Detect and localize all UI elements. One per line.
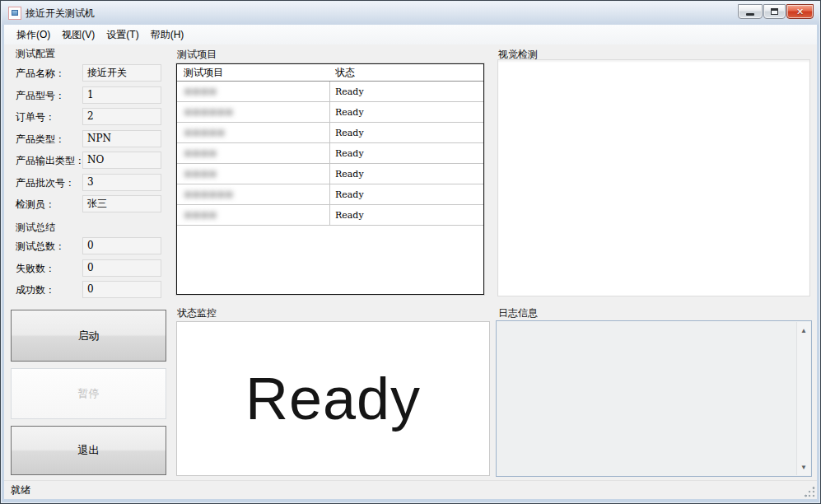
test-item-status: Ready — [330, 189, 483, 200]
menu-view[interactable]: 视图(V) — [56, 26, 100, 44]
scroll-up-icon[interactable]: ▲ — [797, 324, 810, 337]
field-label: 产品输出类型： — [16, 154, 85, 168]
test-item-name-redacted: 〓〓〓〓 — [184, 168, 217, 180]
test-item-name-redacted: 〓〓〓〓 — [184, 209, 217, 222]
pause-button: 暂停 — [11, 368, 166, 419]
product-name-input[interactable]: 接近开关 — [82, 64, 161, 82]
resize-grip-icon[interactable] — [805, 487, 815, 497]
log-textarea[interactable]: ▲ ▼ — [496, 320, 812, 477]
maximize-icon — [771, 8, 778, 15]
field-label: 成功数： — [16, 283, 55, 297]
close-button[interactable]: ✕ — [786, 4, 814, 19]
field-label: 失败数： — [16, 262, 55, 276]
table-header: 测试项目 状态 — [177, 64, 483, 82]
status-bar: 就绪 — [4, 480, 817, 499]
batch-number-input[interactable]: 3 — [82, 174, 161, 191]
test-item-status: Ready — [330, 128, 483, 138]
table-row[interactable]: 〓〓〓〓 Ready — [177, 205, 483, 226]
app-icon — [8, 7, 21, 20]
window-title: 接近开关测试机 — [26, 7, 95, 21]
status-monitor-panel: Ready — [176, 321, 490, 476]
test-item-name-redacted: 〓〓〓〓〓 — [184, 127, 225, 139]
config-group-title: 测试配置 — [16, 47, 55, 61]
window-controls: ✕ — [738, 4, 814, 19]
field-label: 产品型号： — [16, 89, 65, 103]
test-item-status: Ready — [330, 169, 483, 180]
test-item-name-redacted: 〓〓〓〓〓〓 — [184, 106, 233, 119]
test-item-status: Ready — [330, 107, 483, 118]
table-row[interactable]: 〓〓〓〓〓 Ready — [177, 123, 483, 143]
success-count-value: 0 — [82, 281, 161, 298]
menu-operation[interactable]: 操作(O) — [11, 26, 56, 44]
maximize-button[interactable] — [763, 4, 786, 19]
column-header-item: 测试项目 — [177, 66, 330, 80]
field-label: 订单号： — [16, 110, 55, 124]
close-icon: ✕ — [796, 7, 804, 17]
order-number-input[interactable]: 2 — [82, 108, 161, 125]
vision-detection-panel — [497, 59, 810, 296]
test-item-name-redacted: 〓〓〓〓〓〓 — [184, 189, 233, 201]
field-label: 产品类型： — [16, 133, 65, 147]
client-area: 测试配置 产品名称： 接近开关 产品型号： 1 订单号： 2 产品类型： NPN… — [4, 44, 817, 480]
test-item-name-redacted: 〓〓〓〓 — [184, 86, 217, 98]
test-items-title: 测试项目 — [177, 48, 217, 62]
field-label: 测试总数： — [16, 240, 65, 254]
log-title: 日志信息 — [498, 306, 538, 320]
log-scrollbar[interactable]: ▲ ▼ — [796, 322, 810, 475]
status-bar-text: 就绪 — [11, 483, 30, 497]
test-item-status: Ready — [330, 86, 483, 97]
app-window: 接近开关测试机 ✕ 操作(O) 视图(V) 设置(T) 帮助(H) 测试配置 产… — [0, 0, 821, 504]
field-label: 产品名称： — [16, 67, 65, 81]
test-item-name-redacted: 〓〓〓〓 — [184, 147, 217, 160]
minimize-button[interactable] — [738, 4, 763, 19]
total-tests-value: 0 — [82, 237, 161, 254]
menu-help[interactable]: 帮助(H) — [145, 26, 190, 44]
menu-bar: 操作(O) 视图(V) 设置(T) 帮助(H) — [4, 25, 817, 44]
product-type-input[interactable]: NPN — [82, 130, 161, 147]
field-label: 产品批次号： — [16, 176, 75, 190]
field-label: 检测员： — [16, 198, 55, 212]
table-row[interactable]: 〓〓〓〓 Ready — [177, 82, 483, 102]
minimize-icon — [746, 13, 754, 16]
test-item-status: Ready — [330, 210, 483, 221]
test-items-table: 测试项目 状态 〓〓〓〓 Ready 〓〓〓〓〓〓 Ready 〓〓〓〓〓 Re… — [176, 63, 484, 295]
inspector-input[interactable]: 张三 — [82, 195, 161, 212]
fail-count-value: 0 — [82, 259, 161, 277]
summary-group-title: 测试总结 — [16, 221, 55, 235]
table-row[interactable]: 〓〓〓〓 Ready — [177, 143, 483, 164]
table-row[interactable]: 〓〓〓〓〓〓 Ready — [177, 184, 483, 205]
product-model-input[interactable]: 1 — [82, 86, 161, 104]
start-button[interactable]: 启动 — [11, 310, 166, 362]
status-monitor-title: 状态监控 — [177, 306, 217, 320]
test-item-status: Ready — [330, 148, 483, 159]
status-monitor-value: Ready — [245, 365, 421, 432]
scroll-down-icon[interactable]: ▼ — [797, 460, 810, 474]
table-row[interactable]: 〓〓〓〓〓〓 Ready — [177, 102, 483, 123]
table-row[interactable]: 〓〓〓〓 Ready — [177, 164, 483, 184]
exit-button[interactable]: 退出 — [11, 426, 166, 475]
menu-settings[interactable]: 设置(T) — [100, 26, 144, 44]
output-type-input[interactable]: NO — [82, 152, 161, 169]
title-bar[interactable]: 接近开关测试机 ✕ — [2, 2, 819, 25]
column-header-status: 状态 — [330, 66, 483, 80]
